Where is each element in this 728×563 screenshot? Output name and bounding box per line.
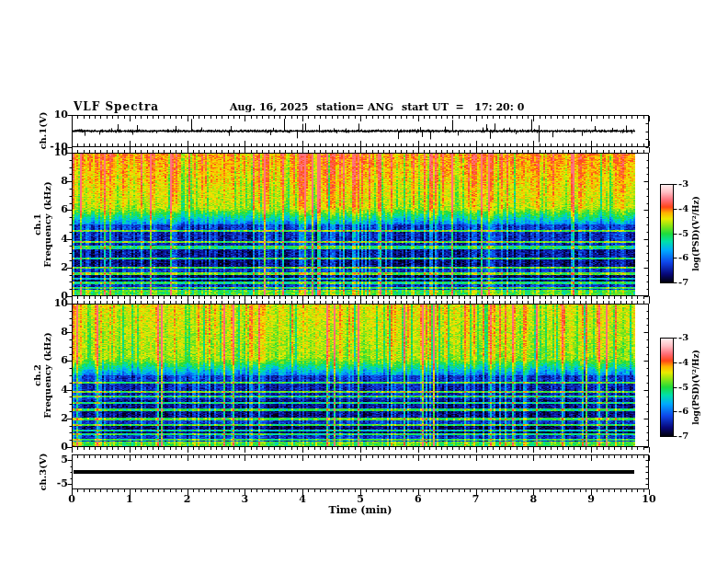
frequency-tick-label: 4 (40, 233, 68, 245)
colorbar2-label: log(PSD)(V²/Hz) (691, 350, 700, 425)
frequency-tick-label: 6 (40, 203, 68, 215)
frequency-tick-label: 6 (40, 354, 68, 366)
ch2-axis-channel: ch.2 (32, 332, 42, 418)
frequency-tick-label: 4 (40, 384, 68, 396)
x-tick-label: 7 (472, 493, 480, 505)
x-tick-label: 0 (68, 493, 75, 505)
frequency-tick-label: 0 (40, 441, 68, 453)
colorbar-tick-label: -5 (678, 382, 688, 393)
frequency-tick-label: 10 (40, 297, 68, 309)
frequency-tick-label: 10 (40, 146, 68, 158)
x-tick-label: 6 (415, 493, 422, 505)
x-tick-label: 5 (357, 493, 364, 505)
ch2-frequency-axis-label: ch.2 Frequency (kHz) (32, 332, 52, 418)
colorbar-tick-label: -7 (678, 431, 688, 442)
frequency-tick-label: 2 (40, 412, 68, 424)
frequency-tick-label: 8 (40, 175, 68, 187)
figure-canvas (0, 0, 728, 563)
ch1-axis-units: Frequency (kHz) (42, 181, 52, 267)
frequency-tick-label: 8 (40, 326, 68, 338)
ch1-axis-channel: ch.1 (32, 181, 42, 267)
x-tick-label: 9 (587, 493, 595, 505)
ch1-frequency-axis-label: ch.1 Frequency (kHz) (32, 181, 52, 267)
ch1-voltage-tick-label: 10 (40, 109, 68, 121)
vlf-spectra-figure: VLF Spectra Aug. 16, 2025 station= ANG s… (0, 0, 728, 563)
colorbar1-label: log(PSD)(V²/Hz) (691, 196, 700, 271)
date-label: Aug. 16, 2025 (230, 101, 308, 113)
x-tick-label: 3 (242, 493, 249, 505)
start-ut-label: start UT = 17: 20: 0 (402, 101, 524, 113)
x-tick-label: 1 (126, 493, 133, 505)
ch3-voltage-tick-label: 5 (40, 454, 68, 465)
ch2-axis-units: Frequency (kHz) (42, 332, 52, 418)
colorbar-tick-label: -5 (678, 228, 688, 239)
frequency-tick-label: 2 (40, 261, 68, 273)
time-axis-label: Time (min) (328, 504, 392, 516)
colorbar-tick-label: -6 (678, 252, 688, 263)
colorbar-tick-label: -4 (678, 203, 688, 214)
ch3-voltage-tick-label: -5 (40, 477, 68, 489)
colorbar-tick-label: -6 (678, 406, 688, 417)
figure-title: VLF Spectra (74, 101, 159, 113)
colorbar-tick-label: -4 (678, 357, 688, 368)
x-tick-label: 4 (299, 493, 306, 505)
colorbar-tick-label: -3 (678, 332, 688, 343)
colorbar-tick-label: -7 (678, 277, 688, 288)
x-tick-label: 10 (642, 493, 655, 505)
station-label: station= ANG (316, 101, 393, 113)
x-tick-label: 2 (184, 493, 191, 505)
x-tick-label: 8 (530, 493, 538, 505)
colorbar-tick-label: -3 (678, 178, 688, 190)
